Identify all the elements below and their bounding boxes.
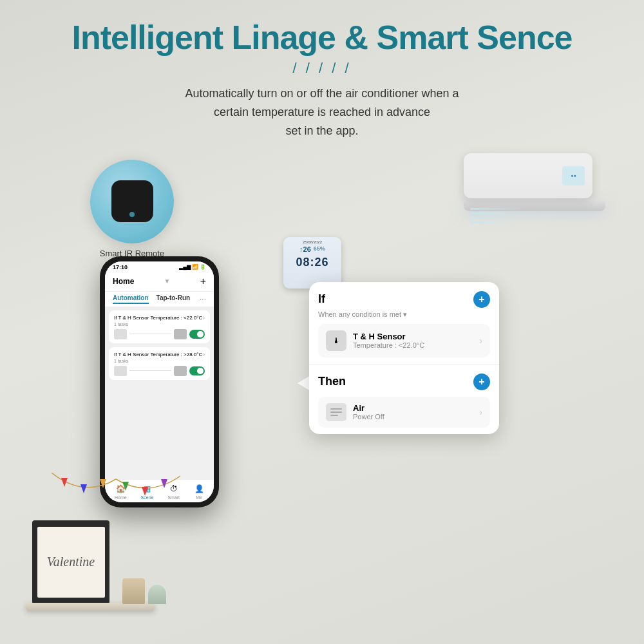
air-icon [326,403,346,421]
card-then-add-button[interactable]: + [473,374,490,390]
dropdown-icon: ▼ [164,278,171,285]
picture-inner: Valentine [37,527,105,598]
auto-line-2 [129,370,171,371]
phone-status-icons: ▂▄▆ 📶 🔋 [179,264,206,270]
card-if-add-button[interactable]: + [473,291,490,308]
automation-arrow-2: › [203,351,205,358]
me-nav-icon: 👤 [194,484,204,494]
card-then-section: Then + Air Po [309,365,499,434]
phone-plus-icon[interactable]: + [200,276,206,287]
phone-status-bar: 17:10 ▂▄▆ 📶 🔋 [105,261,214,273]
smartphone: 17:10 ▂▄▆ 📶 🔋 Home ▼ + [100,256,219,507]
divider-marks: / / / / / [0,60,644,77]
thermo-device: 25/08/2022 ↑26 65% 08:26 [283,237,341,289]
airflow-line-4 [470,222,515,223]
frame-text: Valentine [47,554,95,569]
thermo-date: 25/08/2022 [287,240,338,244]
phone-screen: 17:10 ▂▄▆ 📶 🔋 Home ▼ + [105,261,214,502]
ir-remote-section: Smart IR Remote [90,160,174,258]
automation-title-1: If T & H Sensor Temperature : <22.0°C [114,315,203,321]
toggle-1[interactable] [189,330,205,339]
air-detail: Power Off [353,413,384,421]
shelf-item-1 [122,578,145,604]
automation-title-row-1: If T & H Sensor Temperature : <22.0°C › [114,314,205,321]
automation-item-2: If T & H Sensor Temperature : >28.0°C › … [109,347,210,380]
phone-automation-list: If T & H Sensor Temperature : <22.0°C › … [105,307,214,479]
air-line-1 [330,408,342,410]
auto-icon-4 [174,366,187,376]
card-condition-label[interactable]: When any condition is met ▾ [318,310,490,319]
wifi-icon: 📶 [192,264,198,270]
auto-line-1 [129,334,171,334]
ac-display: ●● [562,166,585,185]
ir-remote-dot [129,212,135,217]
ir-remote-circle [90,160,174,243]
tab-automation[interactable]: Automation [113,294,149,304]
sensor-icon: 🌡 [326,330,346,351]
svg-marker-3 [122,482,129,491]
tab-more-dots[interactable]: ··· [200,294,206,304]
signal-icon: ▂▄▆ [179,264,191,270]
svg-marker-2 [100,479,106,488]
toggle-2[interactable] [189,366,205,375]
sensor-text: T & H Sensor Temperature : <22.0°C [353,332,424,349]
me-nav-label: Me [196,495,202,500]
automation-icon-row-2 [114,366,205,376]
shelf-item-2 [148,585,166,604]
card-then-title: Then [318,375,346,388]
header-section: Intelligent Linage & Smart Sence / / / /… [0,0,644,140]
subtitle-line1: Automatically turn on or off the air con… [185,87,459,100]
thermo-temps: ↑26 65% [299,245,325,253]
air-line-2 [330,412,342,413]
card-sensor-arrow: › [479,336,482,346]
thermo-body: 25/08/2022 ↑26 65% 08:26 [283,237,341,289]
phone-time: 17:10 [113,264,128,270]
card-if-section: If + When any condition is met ▾ 🌡 T & H… [309,282,499,365]
picture-frame: Valentine [32,520,109,604]
ac-unit: ●● [464,153,605,211]
auto-icon-2 [174,329,187,339]
air-icon-lines [330,408,342,416]
app-card: If + When any condition is met ▾ 🌡 T & H… [309,282,499,434]
phone-home-label: Home [113,277,134,286]
ir-remote-device [111,180,153,222]
card-air-info: Air Power Off [326,403,384,421]
air-line-3 [330,415,338,416]
auto-icon-1 [114,329,127,339]
automation-tasks-2: 1 tasks [114,359,205,363]
card-pointer [298,375,310,391]
battery-icon: 🔋 [200,264,206,270]
nav-me[interactable]: 👤 Me [194,484,204,500]
airflow-line-1 [470,208,522,210]
air-text: Air Power Off [353,403,384,421]
airflow-line-2 [470,213,541,214]
airflow [470,208,541,223]
card-if-title: If [318,292,325,306]
svg-marker-4 [142,487,148,496]
automation-title-row-2: If T & H Sensor Temperature : >28.0°C › [114,351,205,358]
card-sensor-info: 🌡 T & H Sensor Temperature : <22.0°C [326,330,424,351]
subtitle-line2: certain temperature is reached in advanc… [214,106,430,118]
automation-arrow-1: › [203,314,205,321]
page-container: Intelligent Linage & Smart Sence / / / /… [0,0,644,644]
thermo-temp: ↑26 [299,245,311,253]
tab-tap-to-run[interactable]: Tap-to-Run [156,294,191,304]
card-air-row[interactable]: Air Power Off › [318,397,490,428]
svg-marker-1 [80,484,87,493]
card-air-arrow: › [479,407,482,417]
phone-header: Home ▼ + [105,273,214,292]
bunting-svg [52,473,180,511]
air-name: Air [353,403,384,413]
automation-item-1: If T & H Sensor Temperature : <22.0°C › … [109,310,210,343]
thermo-humidity: 65% [314,245,325,253]
ac-body: ●● [464,153,592,198]
subtitle-line3: set in the app. [285,124,358,137]
automation-icon-row-1 [114,329,205,339]
thermo-time: 08:26 [296,256,328,269]
card-then-header: Then + [318,374,490,390]
sensor-detail: Temperature : <22.0°C [353,341,424,349]
automation-title-2: If T & H Sensor Temperature : >28.0°C [114,352,203,357]
bunting-decoration [52,473,180,514]
card-sensor-row[interactable]: 🌡 T & H Sensor Temperature : <22.0°C › [318,324,490,357]
main-title: Intelligent Linage & Smart Sence [0,19,644,56]
